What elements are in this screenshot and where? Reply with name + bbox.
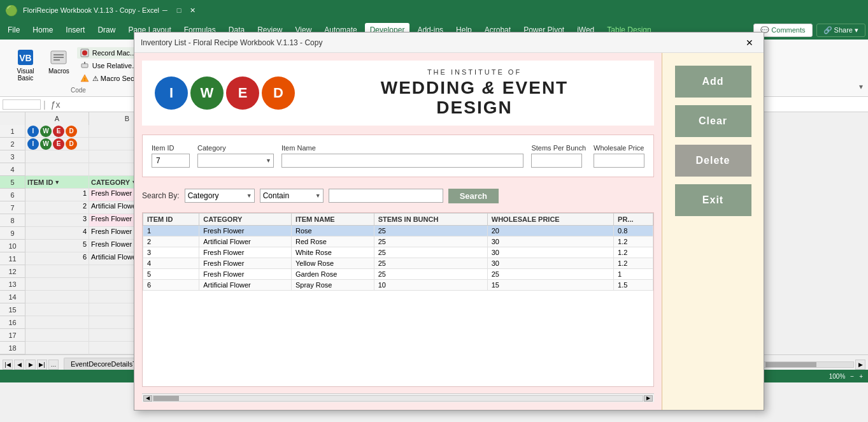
cell-wholesale: 15 <box>487 279 613 290</box>
dialog-overlay: Inventory List - Floral Recipe Workbook … <box>0 0 868 422</box>
item-name-field: Item Name <box>281 144 523 168</box>
table-row[interactable]: 1 Fresh Flower Rose 25 20 0.8 <box>143 225 653 236</box>
exit-button[interactable]: Exit <box>675 184 751 216</box>
cell-pr: 1.5 <box>614 279 653 290</box>
cell-item-name: Red Rose <box>291 236 374 247</box>
col-item-name: ITEM NAME <box>291 213 374 225</box>
logo-circle-i: I <box>155 76 188 110</box>
contain-select[interactable]: Contain Equal Start With <box>260 189 324 203</box>
cell-stems: 10 <box>374 279 487 290</box>
dialog-title-bar: Inventory List - Floral Recipe Workbook … <box>134 33 764 53</box>
cell-pr: 1 <box>614 268 653 279</box>
cell-pr: 1.2 <box>614 247 653 258</box>
cell-stems: 25 <box>374 225 487 236</box>
wholesale-field: Wholesale Price <box>594 144 644 168</box>
cell-item-name: Garden Rose <box>291 268 374 279</box>
item-id-label: Item ID <box>152 144 190 152</box>
col-category: CATEGORY <box>199 213 292 225</box>
table-container: ITEM ID CATEGORY ITEM NAME STEMS IN BUNC… <box>142 212 654 387</box>
cell-stems: 25 <box>374 247 487 258</box>
stems-label: Stems Per Bunch <box>531 144 586 152</box>
category-field: Category Fresh Flower Artificial Flower … <box>197 144 274 168</box>
cell-pr: 1.2 <box>614 258 653 268</box>
dialog-sidebar: Add Clear Delete Exit <box>662 53 764 410</box>
form-section: Item ID Category Fresh Flower Artificial <box>142 135 654 177</box>
table-header-row: ITEM ID CATEGORY ITEM NAME STEMS IN BUNC… <box>143 213 653 225</box>
cell-item-name: White Rose <box>291 247 374 258</box>
cell-id: 2 <box>143 236 199 247</box>
col-pr: PR... <box>614 213 653 225</box>
cell-wholesale: 25 <box>487 268 613 279</box>
search-by-label: Search By: <box>142 191 180 200</box>
table-h-scrollbar: ◀ ▶ <box>142 393 654 402</box>
cell-item-name: Yellow Rose <box>291 258 374 268</box>
iwed-title: THE INSTITUTE OF WEDDING & EVENT DESIGN <box>308 68 641 118</box>
table-row[interactable]: 4 Fresh Flower Yellow Rose 25 30 1.2 <box>143 258 653 268</box>
cell-wholesale: 20 <box>487 225 613 236</box>
col-item-id: ITEM ID <box>143 213 199 225</box>
item-name-input[interactable] <box>281 154 523 168</box>
wholesale-label: Wholesale Price <box>594 144 644 152</box>
cell-category: Fresh Flower <box>199 268 292 279</box>
cell-wholesale: 30 <box>487 236 613 247</box>
search-text-input[interactable] <box>329 189 443 203</box>
table-row[interactable]: 5 Fresh Flower Garden Rose 25 25 1 <box>143 268 653 279</box>
table-row[interactable]: 3 Fresh Flower White Rose 25 30 1.2 <box>143 247 653 258</box>
cell-id: 6 <box>143 279 199 290</box>
item-name-label: Item Name <box>281 144 523 152</box>
cell-category: Fresh Flower <box>199 225 292 236</box>
dialog-body: I W E D THE INSTITUTE OF WEDDING & EVENT… <box>134 53 764 410</box>
table-body: 1 Fresh Flower Rose 25 20 0.8 2 Artifici <box>143 225 653 290</box>
cell-wholesale: 30 <box>487 258 613 268</box>
cell-category: Fresh Flower <box>199 247 292 258</box>
logo-circle-w: W <box>190 76 224 110</box>
category-label: Category <box>197 144 274 152</box>
item-id-input[interactable] <box>152 154 190 168</box>
cell-id: 4 <box>143 258 199 268</box>
col-wholesale: WHOLESALE PRICE <box>487 213 613 225</box>
category-select[interactable]: Fresh Flower Artificial Flower <box>197 154 274 168</box>
cell-item-name: Spray Rose <box>291 279 374 290</box>
cell-stems: 25 <box>374 258 487 268</box>
search-by-select[interactable]: Category Item Name Item ID <box>185 189 255 203</box>
iwed-line1: WEDDING & EVENT <box>381 78 568 98</box>
iwed-line2: DESIGN <box>436 98 512 117</box>
add-button[interactable]: Add <box>675 66 751 98</box>
cell-category: Artificial Flower <box>199 279 292 290</box>
data-table: ITEM ID CATEGORY ITEM NAME STEMS IN BUNC… <box>143 213 653 291</box>
search-button[interactable]: Search <box>448 189 499 203</box>
scroll-left-btn[interactable]: ◀ <box>143 395 152 402</box>
table-row[interactable]: 6 Artificial Flower Spray Rose 10 15 1.5 <box>143 279 653 290</box>
wholesale-input[interactable] <box>594 154 644 168</box>
app-container: 🟢 FloriRecipe Workbook V.1.13 - Copy - E… <box>0 0 868 422</box>
logo-circles: I W E D <box>155 76 295 110</box>
cell-id: 5 <box>143 268 199 279</box>
cell-pr: 1.2 <box>614 236 653 247</box>
iwed-subtitle: THE INSTITUTE OF <box>308 68 641 76</box>
dialog-title: Inventory List - Floral Recipe Workbook … <box>141 38 742 47</box>
contain-select-wrapper: Contain Equal Start With ▼ <box>260 189 324 203</box>
cell-wholesale: 30 <box>487 247 613 258</box>
item-id-field: Item ID <box>152 144 190 168</box>
dialog-close-button[interactable]: ✕ <box>742 35 757 50</box>
clear-button[interactable]: Clear <box>675 105 751 137</box>
scroll-right-btn[interactable]: ▶ <box>644 395 653 402</box>
cell-stems: 25 <box>374 236 487 247</box>
cell-category: Artificial Flower <box>199 236 292 247</box>
cell-stems: 25 <box>374 268 487 279</box>
form-row: Item ID Category Fresh Flower Artificial <box>152 144 644 168</box>
delete-button[interactable]: Delete <box>675 145 751 177</box>
dialog-main: I W E D THE INSTITUTE OF WEDDING & EVENT… <box>134 53 662 410</box>
scroll-thumb <box>153 396 179 401</box>
logo-circle-e: E <box>226 76 259 110</box>
col-stems: STEMS IN BUNCH <box>374 213 487 225</box>
cell-item-name: Rose <box>291 225 374 236</box>
stems-field: Stems Per Bunch <box>531 144 586 168</box>
cell-id: 1 <box>143 225 199 236</box>
table-row[interactable]: 2 Artificial Flower Red Rose 25 30 1.2 <box>143 236 653 247</box>
stems-input[interactable] <box>531 154 582 168</box>
logo-circle-d: D <box>262 76 295 110</box>
cell-pr: 0.8 <box>614 225 653 236</box>
scroll-track[interactable] <box>153 395 643 402</box>
cell-category: Fresh Flower <box>199 258 292 268</box>
